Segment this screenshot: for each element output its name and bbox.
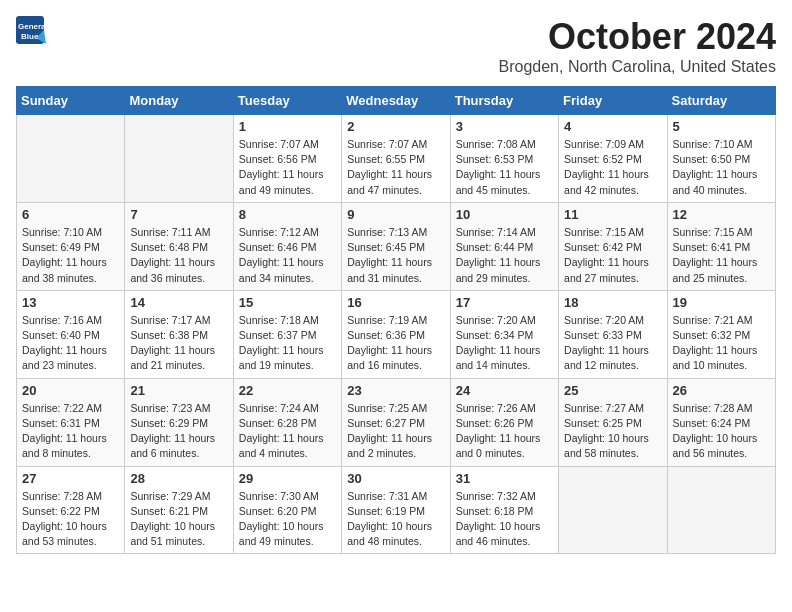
cell-info: Sunrise: 7:24 AMSunset: 6:28 PMDaylight:…	[239, 401, 336, 462]
cell-info: Sunrise: 7:16 AMSunset: 6:40 PMDaylight:…	[22, 313, 119, 374]
day-number: 5	[673, 119, 770, 134]
day-number: 22	[239, 383, 336, 398]
location-title: Brogden, North Carolina, United States	[499, 58, 776, 76]
calendar-week-2: 13Sunrise: 7:16 AMSunset: 6:40 PMDayligh…	[17, 290, 776, 378]
cell-info: Sunrise: 7:19 AMSunset: 6:36 PMDaylight:…	[347, 313, 444, 374]
day-number: 26	[673, 383, 770, 398]
day-number: 11	[564, 207, 661, 222]
day-number: 20	[22, 383, 119, 398]
cell-info: Sunrise: 7:07 AMSunset: 6:55 PMDaylight:…	[347, 137, 444, 198]
calendar-cell: 15Sunrise: 7:18 AMSunset: 6:37 PMDayligh…	[233, 290, 341, 378]
cell-info: Sunrise: 7:13 AMSunset: 6:45 PMDaylight:…	[347, 225, 444, 286]
day-number: 21	[130, 383, 227, 398]
calendar-cell: 2Sunrise: 7:07 AMSunset: 6:55 PMDaylight…	[342, 115, 450, 203]
day-number: 12	[673, 207, 770, 222]
weekday-header-monday: Monday	[125, 87, 233, 115]
day-number: 6	[22, 207, 119, 222]
cell-info: Sunrise: 7:18 AMSunset: 6:37 PMDaylight:…	[239, 313, 336, 374]
cell-info: Sunrise: 7:28 AMSunset: 6:22 PMDaylight:…	[22, 489, 119, 550]
cell-info: Sunrise: 7:17 AMSunset: 6:38 PMDaylight:…	[130, 313, 227, 374]
cell-info: Sunrise: 7:09 AMSunset: 6:52 PMDaylight:…	[564, 137, 661, 198]
day-number: 28	[130, 471, 227, 486]
logo: General Blue	[16, 16, 46, 52]
calendar-cell	[17, 115, 125, 203]
day-number: 29	[239, 471, 336, 486]
weekday-header-wednesday: Wednesday	[342, 87, 450, 115]
calendar-cell: 11Sunrise: 7:15 AMSunset: 6:42 PMDayligh…	[559, 202, 667, 290]
cell-info: Sunrise: 7:10 AMSunset: 6:49 PMDaylight:…	[22, 225, 119, 286]
calendar-cell: 24Sunrise: 7:26 AMSunset: 6:26 PMDayligh…	[450, 378, 558, 466]
calendar-cell	[667, 466, 775, 554]
calendar-cell: 16Sunrise: 7:19 AMSunset: 6:36 PMDayligh…	[342, 290, 450, 378]
calendar-cell: 8Sunrise: 7:12 AMSunset: 6:46 PMDaylight…	[233, 202, 341, 290]
calendar-cell: 31Sunrise: 7:32 AMSunset: 6:18 PMDayligh…	[450, 466, 558, 554]
day-number: 2	[347, 119, 444, 134]
calendar-cell: 5Sunrise: 7:10 AMSunset: 6:50 PMDaylight…	[667, 115, 775, 203]
calendar-week-4: 27Sunrise: 7:28 AMSunset: 6:22 PMDayligh…	[17, 466, 776, 554]
weekday-header-saturday: Saturday	[667, 87, 775, 115]
calendar-table: SundayMondayTuesdayWednesdayThursdayFrid…	[16, 86, 776, 554]
calendar-cell: 22Sunrise: 7:24 AMSunset: 6:28 PMDayligh…	[233, 378, 341, 466]
calendar-cell: 1Sunrise: 7:07 AMSunset: 6:56 PMDaylight…	[233, 115, 341, 203]
cell-info: Sunrise: 7:10 AMSunset: 6:50 PMDaylight:…	[673, 137, 770, 198]
calendar-cell: 9Sunrise: 7:13 AMSunset: 6:45 PMDaylight…	[342, 202, 450, 290]
day-number: 1	[239, 119, 336, 134]
calendar-cell: 17Sunrise: 7:20 AMSunset: 6:34 PMDayligh…	[450, 290, 558, 378]
calendar-cell: 21Sunrise: 7:23 AMSunset: 6:29 PMDayligh…	[125, 378, 233, 466]
logo-icon: General Blue	[16, 16, 46, 52]
calendar-cell: 26Sunrise: 7:28 AMSunset: 6:24 PMDayligh…	[667, 378, 775, 466]
day-number: 10	[456, 207, 553, 222]
cell-info: Sunrise: 7:27 AMSunset: 6:25 PMDaylight:…	[564, 401, 661, 462]
svg-text:Blue: Blue	[21, 32, 39, 41]
cell-info: Sunrise: 7:32 AMSunset: 6:18 PMDaylight:…	[456, 489, 553, 550]
day-number: 30	[347, 471, 444, 486]
calendar-week-0: 1Sunrise: 7:07 AMSunset: 6:56 PMDaylight…	[17, 115, 776, 203]
cell-info: Sunrise: 7:28 AMSunset: 6:24 PMDaylight:…	[673, 401, 770, 462]
calendar-cell: 7Sunrise: 7:11 AMSunset: 6:48 PMDaylight…	[125, 202, 233, 290]
calendar-cell: 13Sunrise: 7:16 AMSunset: 6:40 PMDayligh…	[17, 290, 125, 378]
day-number: 7	[130, 207, 227, 222]
day-number: 16	[347, 295, 444, 310]
day-number: 27	[22, 471, 119, 486]
calendar-week-3: 20Sunrise: 7:22 AMSunset: 6:31 PMDayligh…	[17, 378, 776, 466]
title-area: October 2024 Brogden, North Carolina, Un…	[499, 16, 776, 76]
page-header: General Blue October 2024 Brogden, North…	[16, 16, 776, 76]
cell-info: Sunrise: 7:07 AMSunset: 6:56 PMDaylight:…	[239, 137, 336, 198]
calendar-cell: 14Sunrise: 7:17 AMSunset: 6:38 PMDayligh…	[125, 290, 233, 378]
cell-info: Sunrise: 7:08 AMSunset: 6:53 PMDaylight:…	[456, 137, 553, 198]
cell-info: Sunrise: 7:23 AMSunset: 6:29 PMDaylight:…	[130, 401, 227, 462]
cell-info: Sunrise: 7:31 AMSunset: 6:19 PMDaylight:…	[347, 489, 444, 550]
calendar-cell: 10Sunrise: 7:14 AMSunset: 6:44 PMDayligh…	[450, 202, 558, 290]
calendar-cell	[559, 466, 667, 554]
day-number: 24	[456, 383, 553, 398]
calendar-cell: 18Sunrise: 7:20 AMSunset: 6:33 PMDayligh…	[559, 290, 667, 378]
cell-info: Sunrise: 7:15 AMSunset: 6:41 PMDaylight:…	[673, 225, 770, 286]
day-number: 19	[673, 295, 770, 310]
calendar-cell: 20Sunrise: 7:22 AMSunset: 6:31 PMDayligh…	[17, 378, 125, 466]
weekday-header-tuesday: Tuesday	[233, 87, 341, 115]
day-number: 9	[347, 207, 444, 222]
weekday-header-thursday: Thursday	[450, 87, 558, 115]
cell-info: Sunrise: 7:29 AMSunset: 6:21 PMDaylight:…	[130, 489, 227, 550]
day-number: 15	[239, 295, 336, 310]
day-number: 3	[456, 119, 553, 134]
calendar-cell: 30Sunrise: 7:31 AMSunset: 6:19 PMDayligh…	[342, 466, 450, 554]
cell-info: Sunrise: 7:26 AMSunset: 6:26 PMDaylight:…	[456, 401, 553, 462]
day-number: 31	[456, 471, 553, 486]
cell-info: Sunrise: 7:25 AMSunset: 6:27 PMDaylight:…	[347, 401, 444, 462]
day-number: 23	[347, 383, 444, 398]
day-number: 18	[564, 295, 661, 310]
day-number: 13	[22, 295, 119, 310]
calendar-cell: 23Sunrise: 7:25 AMSunset: 6:27 PMDayligh…	[342, 378, 450, 466]
svg-text:General: General	[18, 22, 46, 31]
day-number: 17	[456, 295, 553, 310]
cell-info: Sunrise: 7:30 AMSunset: 6:20 PMDaylight:…	[239, 489, 336, 550]
calendar-week-1: 6Sunrise: 7:10 AMSunset: 6:49 PMDaylight…	[17, 202, 776, 290]
month-title: October 2024	[499, 16, 776, 58]
day-number: 25	[564, 383, 661, 398]
calendar-cell: 29Sunrise: 7:30 AMSunset: 6:20 PMDayligh…	[233, 466, 341, 554]
cell-info: Sunrise: 7:15 AMSunset: 6:42 PMDaylight:…	[564, 225, 661, 286]
calendar-cell: 3Sunrise: 7:08 AMSunset: 6:53 PMDaylight…	[450, 115, 558, 203]
cell-info: Sunrise: 7:20 AMSunset: 6:33 PMDaylight:…	[564, 313, 661, 374]
calendar-cell: 6Sunrise: 7:10 AMSunset: 6:49 PMDaylight…	[17, 202, 125, 290]
